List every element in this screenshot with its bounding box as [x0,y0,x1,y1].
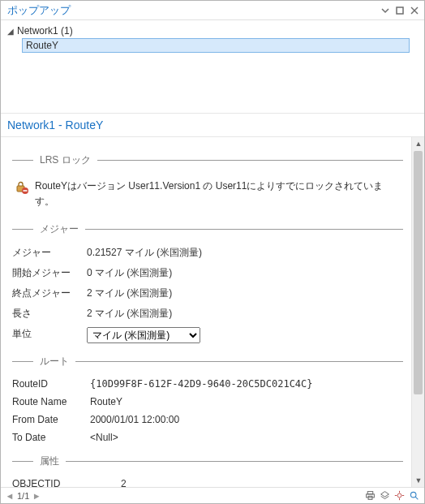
value: 2000/01/01 12:00:00 [90,414,403,425]
lock-denied-icon [12,179,32,195]
value: <Null> [90,432,403,443]
label: 単位 [12,327,87,343]
label: From Date [12,414,90,425]
section-label: LRS ロック [33,153,97,167]
section-label: メジャー [33,222,85,236]
tree-root-row[interactable]: ◢ Network1 (1) [6,24,419,38]
svg-point-10 [397,493,401,498]
layers-icon[interactable] [377,489,392,502]
target-icon[interactable] [392,489,406,502]
label: RouteID [12,378,90,390]
label: 開始メジャー [12,266,87,280]
page-indicator: 1/1 [15,491,31,501]
prev-feature-icon[interactable]: ◄ [4,491,15,501]
feature-subtitle: Network1 - RouteY [1,114,424,137]
label: メジャー [12,246,87,260]
label: OBJECTID [12,478,90,487]
close-icon[interactable] [408,4,421,17]
content-wrap: LRS ロック RouteYはバージョン User11.Version1 の U… [1,137,424,487]
row-fromdate: From Date 2000/01/01 12:00:00 [12,411,403,429]
scroll-down-icon[interactable]: ▼ [412,474,424,487]
scroll-up-icon[interactable]: ▲ [412,137,424,150]
vertical-scrollbar[interactable]: ▲ ▼ [411,137,424,487]
tree-selected-item[interactable]: RouteY [22,38,410,53]
tree-selected-label: RouteY [26,40,58,51]
footer: ◄ 1/1 ► [1,487,424,503]
panel-title: ポップアップ [7,3,377,18]
unit-value: マイル (米国測量) [87,327,403,343]
label: 長さ [12,307,87,321]
lock-row: RouteYはバージョン User11.Version1 の User11により… [12,174,403,214]
row-unit: 単位 マイル (米国測量) [12,324,403,347]
value: RouteY [90,396,403,407]
lock-message: RouteYはバージョン User11.Version1 の User11により… [32,179,400,209]
next-feature-icon[interactable]: ► [31,491,42,501]
section-lrs-lock: LRS ロック [12,153,403,167]
label: 終点メジャー [12,286,87,300]
label: Route Name [12,396,90,407]
row-end-measure: 終点メジャー 2 マイル (米国測量) [12,283,403,304]
value: 2 マイル (米国測量) [87,286,403,300]
section-label: 属性 [33,454,66,468]
section-measure: メジャー [12,222,403,236]
svg-marker-9 [380,492,389,498]
row-todate: To Date <Null> [12,429,403,446]
scroll-thumb[interactable] [414,151,423,394]
value: 2 マイル (米国測量) [87,307,403,321]
value: 0.21527 マイル (米国測量) [87,246,403,260]
svg-point-15 [410,492,416,498]
value: 0 マイル (米国測量) [87,266,403,280]
section-route: ルート [12,355,403,368]
search-icon[interactable] [406,489,421,502]
value: {10D99F8F-612F-42D9-9640-20C5DC021C4C} [90,378,403,390]
value: 2 [90,478,403,487]
label: To Date [12,432,90,443]
collapse-icon[interactable]: ◢ [6,27,15,36]
row-length: 長さ 2 マイル (米国測量) [12,304,403,324]
row-routename: Route Name RouteY [12,393,403,411]
section-label: ルート [33,355,75,368]
feature-tree: ◢ Network1 (1) RouteY [1,20,424,114]
tree-root-label: Network1 (1) [15,25,75,37]
print-icon[interactable] [363,489,377,502]
popup-content: LRS ロック RouteYはバージョン User11.Version1 の U… [1,137,411,487]
row-start-measure: 開始メジャー 0 マイル (米国測量) [12,263,403,283]
row-objectid: OBJECTID 2 [12,475,403,487]
titlebar: ポップアップ [1,1,424,20]
svg-line-16 [415,497,418,499]
svg-rect-0 [397,7,403,14]
row-routeid: RouteID {10D99F8F-612F-42D9-9640-20C5DC0… [12,375,403,393]
dropdown-icon[interactable] [379,4,392,17]
maximize-icon[interactable] [393,4,406,17]
unit-select[interactable]: マイル (米国測量) [87,327,200,343]
row-measure: メジャー 0.21527 マイル (米国測量) [12,243,403,263]
section-attributes: 属性 [12,454,403,468]
